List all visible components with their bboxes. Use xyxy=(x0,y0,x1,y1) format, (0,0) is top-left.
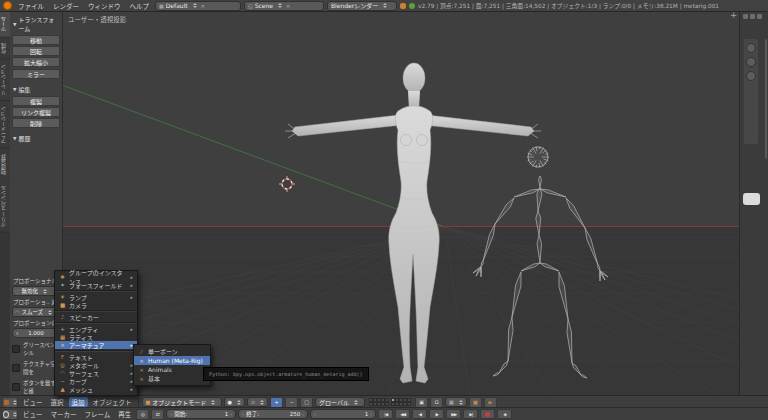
prev-keyframe-button[interactable]: ◀◀ xyxy=(395,409,410,419)
opengl-render-anim-button[interactable]: ▶ xyxy=(484,397,497,408)
menu-item-speaker[interactable]: ♪ スピーカー xyxy=(55,313,137,321)
submenu-item-label: 基本 xyxy=(148,374,160,383)
play-button[interactable]: ▶ xyxy=(429,409,444,419)
submenu-item-animals[interactable]: × Animals ▸ xyxy=(134,365,210,374)
render-engine-dropdown[interactable]: Blenderレンダー xyxy=(327,1,397,11)
texture-space-checkbox[interactable] xyxy=(12,364,20,372)
next-keyframe-button[interactable]: ▶▶ xyxy=(446,409,461,419)
menu-add[interactable]: 追加 xyxy=(69,397,88,407)
menu-item-surface[interactable]: ◠ サーフェス ▸ xyxy=(55,369,137,377)
menu-file[interactable]: ファイル xyxy=(15,1,47,11)
open-properties-region-button[interactable]: + xyxy=(730,12,737,20)
menu-marker[interactable]: マーカー xyxy=(48,409,80,419)
menu-object[interactable]: オブジェクト xyxy=(90,397,135,407)
stepper-left-icon[interactable]: ‹ xyxy=(170,411,172,417)
scale-button[interactable]: 拡大縮小 xyxy=(12,57,60,67)
menu-item-armature[interactable]: × アーマチュア ▸ xyxy=(55,341,137,349)
falloff-dropdown[interactable]: ◠ スムーズ xyxy=(12,307,60,317)
submenu-item-single-bone[interactable]: ⁄ 単一ボーン xyxy=(134,347,210,356)
round-button-icon[interactable] xyxy=(746,43,756,53)
stepper-right-icon[interactable]: › xyxy=(230,411,232,417)
preview-swatch[interactable] xyxy=(743,193,760,205)
lock-toggle[interactable]: ▣ xyxy=(415,397,428,408)
stepper-left-icon[interactable]: ‹ xyxy=(16,330,18,336)
menu-view[interactable]: ビュー xyxy=(20,409,46,419)
stepper-left-icon[interactable]: ‹ xyxy=(242,411,244,417)
dropdown-arrows-icon xyxy=(48,310,52,315)
release-confirms-checkbox[interactable] xyxy=(12,383,20,391)
tab-create[interactable]: 作成 xyxy=(0,38,10,59)
round-button-icon[interactable] xyxy=(746,57,756,67)
menu-item-curve[interactable]: ~ カーブ ▸ xyxy=(55,377,137,385)
stepper-right-icon[interactable]: › xyxy=(302,411,304,417)
proportional-size-slider[interactable]: ‹ 1.000 › xyxy=(12,328,60,338)
unlink-icon[interactable]: ✕ xyxy=(286,3,290,9)
delete-button[interactable]: 削除 xyxy=(12,118,60,128)
screen-layout-dropdown[interactable]: ▦ Default ✕ xyxy=(155,1,241,11)
tab-physics[interactable]: 物理演算 xyxy=(0,149,10,181)
menu-frame[interactable]: フレーム xyxy=(82,409,114,419)
tab-animation[interactable]: アニメーション xyxy=(0,101,10,148)
opengl-render-still-button[interactable]: ■ xyxy=(469,397,482,408)
scrollbar[interactable] xyxy=(765,39,767,159)
menu-item-camera[interactable]: ■ カメラ xyxy=(55,301,137,309)
play-reverse-button[interactable]: ◀ xyxy=(412,409,427,419)
layers-grid[interactable] xyxy=(369,398,411,406)
duplicate-button[interactable]: 複製 xyxy=(12,96,60,106)
menu-item-lamp[interactable]: ☀ ランプ ▸ xyxy=(55,293,137,301)
layer-cell[interactable] xyxy=(407,402,411,406)
shading-dropdown[interactable]: ● xyxy=(224,397,245,407)
menu-select[interactable]: 選択 xyxy=(48,397,67,407)
editor-type-dropdown[interactable] xyxy=(2,397,18,408)
snap-element-dropdown[interactable]: ▦ xyxy=(445,397,467,407)
duplicate-linked-button[interactable]: リンク複製 xyxy=(12,107,60,117)
scene-dropdown[interactable]: ◱ Scene ✕ xyxy=(244,1,324,11)
properties-tab-icons[interactable] xyxy=(743,14,762,19)
mode-dropdown[interactable]: ■ オブジェクトモード xyxy=(142,397,222,407)
submenu-item-human-metarig[interactable]: × Human (Meta-Rig) xyxy=(134,356,210,365)
stepper-right-icon[interactable]: › xyxy=(370,411,372,417)
round-button-icon[interactable] xyxy=(746,71,756,81)
frame-end-field[interactable]: ‹ 終了: 250 › xyxy=(238,409,308,419)
snap-toggle[interactable]: Ω xyxy=(430,397,443,408)
menu-item-empty[interactable]: + エンプティ ▸ xyxy=(55,325,137,333)
panel-header-transform[interactable]: ▼ トランスフォーム xyxy=(13,15,60,33)
menu-window[interactable]: ウィンドウ xyxy=(85,1,124,11)
menu-item-mesh[interactable]: ▲ メッシュ ▸ xyxy=(55,385,137,393)
tab-grease-pencil[interactable]: グリースペンシル xyxy=(0,180,10,233)
keying-set-button[interactable]: ◆ xyxy=(497,409,512,419)
scale-manipulator-toggle[interactable]: □ xyxy=(300,397,313,408)
preview-range-toggle[interactable]: ◎ xyxy=(136,409,149,420)
menu-playback[interactable]: 再生 xyxy=(115,409,134,419)
orientation-dropdown[interactable]: グローバル xyxy=(315,397,365,407)
mirror-button[interactable]: ミラー xyxy=(12,69,60,79)
grease-pencil-checkbox[interactable] xyxy=(12,345,20,353)
frame-start-field[interactable]: ‹ 開始: 1 › xyxy=(166,409,236,419)
translate-manipulator-toggle[interactable]: + xyxy=(270,397,283,408)
pivot-dropdown[interactable]: ⊙ xyxy=(247,397,268,407)
submenu-item-basic[interactable]: × 基本 ▸ xyxy=(134,374,210,383)
panel-header-history[interactable]: ▼ 履歴 xyxy=(13,134,60,143)
tab-relations[interactable]: リレーション xyxy=(0,59,10,101)
menu-render[interactable]: レンダー xyxy=(50,1,82,11)
tab-tools[interactable]: ツール xyxy=(0,11,10,38)
menu-help[interactable]: ヘルプ xyxy=(127,1,153,11)
sync-toggle[interactable]: ⇄ xyxy=(151,409,164,420)
viewport-3d[interactable]: ユーザー・透視投影 + xyxy=(62,11,740,396)
jump-to-start-button[interactable]: |◀ xyxy=(378,409,393,419)
rotate-manipulator-toggle[interactable]: ~ xyxy=(285,397,298,408)
proportional-dropdown[interactable]: ◌ 無効化 xyxy=(12,286,60,296)
translate-button[interactable]: 移動 xyxy=(12,35,60,45)
menu-item-force-field[interactable]: ✦ フォースフィールド ▸ xyxy=(55,281,137,289)
current-frame-field[interactable]: ‹ 1 › xyxy=(310,409,376,419)
stepper-left-icon[interactable]: ‹ xyxy=(314,411,316,417)
panel-header-edit[interactable]: ▼ 編集 xyxy=(13,85,60,94)
jump-to-end-button[interactable]: ▶| xyxy=(463,409,478,419)
play-reverse-icon: ◀ xyxy=(419,412,421,417)
auto-keyframe-button[interactable] xyxy=(480,409,495,419)
layer-cell[interactable] xyxy=(385,402,389,406)
unlink-icon[interactable]: ✕ xyxy=(201,3,205,9)
editor-type-dropdown[interactable] xyxy=(2,409,18,420)
menu-view[interactable]: ビュー xyxy=(20,397,46,407)
rotate-button[interactable]: 回転 xyxy=(12,46,60,56)
